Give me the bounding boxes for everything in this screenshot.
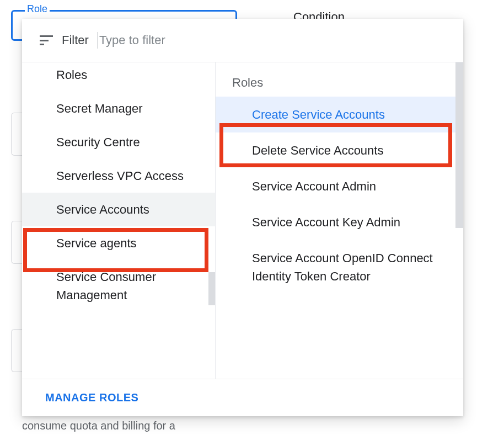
scrollbar-thumb[interactable] — [455, 62, 463, 228]
category-item-roles[interactable]: Roles — [22, 66, 215, 92]
partial-field-border — [11, 113, 22, 156]
category-item-security-centre[interactable]: Security Centre — [22, 125, 215, 159]
category-item-service-agents[interactable]: Service agents — [22, 226, 215, 260]
manage-roles-link[interactable]: MANAGE ROLES — [45, 391, 138, 404]
categories-panel[interactable]: Roles Secret Manager Security Centre Ser… — [22, 62, 215, 379]
role-item-delete-service-accounts[interactable]: Delete Service Accounts — [216, 132, 463, 168]
role-item-create-service-accounts[interactable]: Create Service Accounts — [216, 97, 463, 132]
category-item-service-accounts[interactable]: Service Accounts — [22, 193, 215, 226]
background-description-text: consume quota and billing for a — [22, 420, 175, 432]
footer-bar: MANAGE ROLES — [22, 379, 463, 416]
filter-label: Filter — [62, 33, 89, 47]
filter-input[interactable] — [98, 32, 446, 49]
role-selector-dropdown: Filter Roles Secret Manager Security Cen… — [22, 19, 463, 416]
roles-panel[interactable]: Roles Create Service Accounts Delete Ser… — [215, 62, 463, 379]
category-item-secret-manager[interactable]: Secret Manager — [22, 92, 215, 125]
partial-field-border — [11, 329, 22, 372]
scrollbar-thumb[interactable] — [208, 272, 215, 305]
filter-icon — [40, 35, 53, 45]
panels-container: Roles Secret Manager Security Centre Ser… — [22, 62, 463, 379]
role-field-label: Role — [25, 3, 50, 15]
partial-field-border — [11, 221, 22, 264]
filter-bar: Filter — [22, 19, 463, 62]
category-item-service-consumer[interactable]: Service Consumer Management — [22, 260, 215, 312]
role-item-service-account-admin[interactable]: Service Account Admin — [216, 168, 463, 204]
roles-header: Roles — [216, 76, 463, 97]
category-item-serverless-vpc[interactable]: Serverless VPC Access — [22, 159, 215, 193]
role-item-service-account-key-admin[interactable]: Service Account Key Admin — [216, 204, 463, 240]
role-item-openid-creator[interactable]: Service Account OpenID Connect Identity … — [216, 240, 463, 294]
